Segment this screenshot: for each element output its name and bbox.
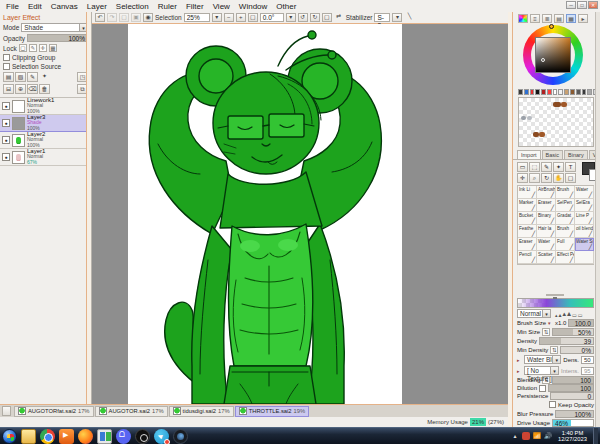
- tab-import[interactable]: Import: [517, 150, 541, 159]
- canvas-area[interactable]: [92, 24, 508, 404]
- undo-button[interactable]: ↶: [95, 13, 105, 22]
- paint-mode-dropdown[interactable]: Normal▾: [517, 309, 551, 318]
- layer-row-layer3[interactable]: ● Layer3 Shade 100%: [0, 115, 91, 132]
- delete-layer-button[interactable]: 🗑: [39, 84, 50, 94]
- color-swatch[interactable]: [558, 89, 563, 95]
- visibility-eye-icon[interactable]: ●: [2, 102, 10, 110]
- chrome-icon[interactable]: [40, 429, 55, 444]
- menu-ruler[interactable]: Ruler: [158, 2, 177, 11]
- selection-source-checkbox[interactable]: [3, 63, 10, 70]
- tool-eraser2[interactable]: Eraser: [518, 238, 537, 251]
- tool-brush[interactable]: Brush: [556, 186, 575, 199]
- min-density-slider[interactable]: 0%: [560, 346, 594, 354]
- blending-slider[interactable]: 100: [552, 376, 594, 384]
- menu-window[interactable]: Window: [239, 2, 267, 11]
- texture-dropdown[interactable]: [ No Texture ]▾: [524, 366, 559, 375]
- spin-buttons[interactable]: ⇅: [550, 346, 558, 354]
- zoom-tool-icon[interactable]: ⌕: [529, 173, 540, 183]
- rotate-cw-button[interactable]: ↻: [310, 13, 320, 22]
- color-swatch[interactable]: [582, 89, 587, 95]
- sv-marker[interactable]: [541, 58, 545, 62]
- hsv-sliders-icon[interactable]: ≣: [542, 14, 552, 23]
- invert-selection-button[interactable]: ▣: [131, 13, 141, 22]
- taskbar-clock[interactable]: 1:40 PM 12/27/2023: [555, 430, 590, 443]
- right-panel-edge-scrollbar[interactable]: [595, 12, 600, 427]
- density-slider[interactable]: 39: [539, 337, 594, 345]
- layer-row-layer2[interactable]: ● Layer2 Normal 100%: [0, 132, 91, 149]
- lock-move-icon[interactable]: ✛: [39, 44, 47, 52]
- zoom-out-button[interactable]: −: [224, 13, 234, 22]
- dark-app-icon[interactable]: [173, 429, 188, 444]
- blur-pressure-slider[interactable]: 100%: [555, 410, 594, 418]
- redo-button[interactable]: ↷: [107, 13, 117, 22]
- visibility-eye-icon[interactable]: ●: [2, 119, 10, 127]
- zoom-dropdown-button[interactable]: ▾: [212, 13, 222, 22]
- tab-basic[interactable]: Basic: [542, 150, 563, 159]
- texture-param-value[interactable]: 95: [581, 367, 594, 375]
- min-size-slider[interactable]: 50%: [552, 328, 594, 336]
- tool-ink[interactable]: Ink Li: [518, 186, 537, 199]
- color-swatch[interactable]: [524, 89, 529, 95]
- doc-tab-augotor[interactable]: AUGOTOR.sai2 17%: [95, 406, 168, 417]
- tool-eraser[interactable]: Eraser: [537, 199, 556, 212]
- keep-opacity-checkbox[interactable]: [549, 401, 556, 408]
- layer-panel-scrollbar[interactable]: [86, 12, 91, 404]
- color-swatch[interactable]: [547, 89, 552, 95]
- select-rect-icon[interactable]: ▭: [517, 162, 528, 172]
- tool-water-smooth[interactable]: Water Smo: [575, 238, 594, 251]
- layer-row-linework1[interactable]: ● Linework1 Normal 100%: [0, 98, 91, 115]
- menu-edit[interactable]: Edit: [28, 2, 42, 11]
- opacity-slider[interactable]: 100%: [27, 34, 88, 42]
- tool-gradation[interactable]: Gradat: [556, 212, 575, 225]
- firefox-icon[interactable]: [78, 429, 93, 444]
- new-folder-button[interactable]: ▧: [15, 72, 26, 82]
- clear-layer-button[interactable]: ⌫: [27, 84, 38, 94]
- tab-binary[interactable]: Binary: [564, 150, 588, 159]
- magic-wand-icon[interactable]: ✦: [553, 162, 564, 172]
- hand-tool-icon[interactable]: ✋: [553, 173, 564, 183]
- tool-feather[interactable]: Feathe: [518, 225, 537, 238]
- tool-selpen[interactable]: SelPen: [556, 199, 575, 212]
- color-mixer-icon[interactable]: ▤: [554, 14, 564, 23]
- color-swatch[interactable]: [541, 89, 546, 95]
- saturation-value-square[interactable]: [535, 37, 571, 73]
- expand-arrow-icon[interactable]: ▸: [517, 368, 522, 374]
- zoom-in-button[interactable]: +: [236, 13, 246, 22]
- color-swatch[interactable]: [576, 89, 581, 95]
- brush-size-mult[interactable]: x1.0: [555, 320, 566, 326]
- brush-size-slider[interactable]: 100.0: [568, 319, 594, 327]
- dilution-slider[interactable]: 100: [548, 384, 594, 392]
- lock-transparency-icon[interactable]: ▢: [19, 44, 27, 52]
- color-scratchpad[interactable]: [518, 97, 594, 147]
- tool-marker[interactable]: Marker: [518, 199, 537, 212]
- tool-brush2[interactable]: Brush: [556, 225, 575, 238]
- doc-tab-throttle[interactable]: THROTTLE.sai2 19%: [235, 406, 309, 417]
- rotate-ccw-button[interactable]: ↺: [298, 13, 308, 22]
- tool-oil-blend[interactable]: oil blend: [575, 225, 594, 238]
- zoom-level-field[interactable]: 25%: [184, 13, 210, 22]
- tool-line[interactable]: Line P: [575, 212, 594, 225]
- flip-horizontal-button[interactable]: ⇄: [334, 13, 344, 22]
- volume-icon[interactable]: 🔊: [544, 432, 552, 440]
- explorer-icon[interactable]: [21, 429, 36, 444]
- tool-selera[interactable]: SelEra: [575, 199, 594, 212]
- move-tool-icon[interactable]: ✛: [517, 173, 528, 183]
- start-button[interactable]: [2, 429, 17, 444]
- new-linework-layer-button[interactable]: ✎: [27, 72, 38, 82]
- stabilizer-value-field[interactable]: S-3: [374, 13, 390, 22]
- tray-expand-icon[interactable]: ▴: [511, 432, 519, 440]
- tool-bucket[interactable]: Bucket: [518, 212, 537, 225]
- brush-shape-icons[interactable]: ▴▴▴▴▭▭: [555, 309, 583, 318]
- text-tool-icon[interactable]: T: [565, 162, 576, 172]
- network-icon[interactable]: 📶: [533, 432, 541, 440]
- tool-scatter[interactable]: Scatter: [537, 251, 556, 264]
- tool-pencil[interactable]: Pencil: [518, 251, 537, 264]
- zoom-reset-button[interactable]: ▢: [248, 13, 258, 22]
- minimize-button[interactable]: ─: [566, 1, 576, 9]
- color-swatch[interactable]: [587, 89, 592, 95]
- panel-resize-handle[interactable]: [546, 294, 564, 296]
- edge-param-value[interactable]: 50: [581, 356, 594, 364]
- close-button[interactable]: ✕: [588, 1, 598, 9]
- edge-shape-dropdown[interactable]: Water Blur▾: [524, 355, 561, 364]
- rgb-sliders-icon[interactable]: ≡: [530, 14, 540, 23]
